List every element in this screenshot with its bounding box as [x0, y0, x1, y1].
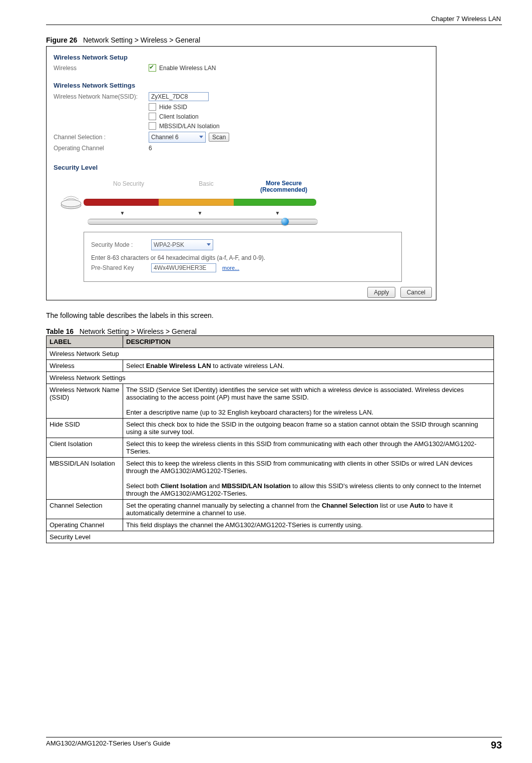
table-label-cell: Hide SSID — [47, 419, 123, 438]
mbssid-isolation-label: MBSSID/LAN Isolation — [159, 123, 220, 130]
tick-mark: ▼ — [161, 210, 239, 216]
security-mode-select[interactable]: WPA2-PSK — [151, 239, 213, 250]
tick-mark: ▼ — [239, 210, 316, 216]
section-security: Security Level — [54, 164, 432, 171]
svg-point-1 — [61, 200, 81, 207]
footer-page: 93 — [491, 739, 502, 751]
table-desc-cell: Select this check box to hide the SSID i… — [123, 419, 494, 438]
table-desc-cell: This field displays the channel the AMG1… — [123, 519, 494, 531]
slider-knob[interactable] — [281, 218, 289, 225]
operating-channel-value: 6 — [149, 145, 152, 152]
table-desc-cell: Select this to keep the wireless clients… — [123, 438, 494, 458]
footer-guide: AMG1302/AMG1202-TSeries User's Guide — [46, 739, 170, 751]
channel-selection-label: Channel Selection : — [54, 134, 149, 141]
header-rule — [46, 25, 502, 25]
scan-button[interactable]: Scan — [209, 133, 229, 142]
table-section-row: Wireless Network Setup — [47, 348, 494, 360]
figure-title: Network Setting > Wireless > General — [83, 36, 200, 44]
table-label-cell: Wireless Network Name (SSID) — [47, 384, 123, 419]
wireless-label: Wireless — [54, 65, 149, 72]
client-isolation-checkbox[interactable] — [149, 113, 156, 120]
table-desc-cell: The SSID (Service Set IDentity) identifi… — [123, 384, 494, 419]
col-description: DESCRIPTION — [123, 336, 494, 348]
figure-caption: Figure 26 Network Setting > Wireless > G… — [46, 36, 502, 44]
security-basic-label: Basic — [169, 180, 244, 193]
mbssid-isolation-checkbox[interactable] — [149, 122, 156, 130]
table-section-row: Wireless Network Settings — [47, 372, 494, 384]
figure-number: Figure 26 — [46, 36, 77, 44]
hide-ssid-checkbox[interactable] — [149, 103, 156, 111]
psk-hint: Enter 8-63 characters or 64 hexadecimal … — [91, 254, 394, 261]
router-icon — [59, 194, 84, 210]
table-section-row: Security Level — [47, 531, 494, 543]
cancel-button[interactable]: Cancel — [400, 287, 432, 298]
operating-channel-label: Operating Channel — [54, 145, 149, 152]
security-more-label: More Secure (Recommended) — [244, 180, 324, 193]
table-label-cell: Wireless — [47, 360, 123, 372]
channel-select[interactable]: Channel 6 — [149, 132, 206, 143]
security-more-l1: More Secure — [266, 180, 302, 187]
table-label-cell: Client Isolation — [47, 438, 123, 458]
table-label-cell: MBSSID/LAN Isolation — [47, 458, 123, 500]
table-caption: Table 16 Network Setting > Wireless > Ge… — [46, 327, 502, 335]
section-wireless-setup: Wireless Network Setup — [54, 54, 432, 61]
security-mode-label: Security Mode : — [91, 241, 151, 248]
security-slider[interactable] — [88, 219, 318, 225]
security-more-l2: (Recommended) — [260, 186, 307, 193]
chapter-header: Chapter 7 Wireless LAN — [46, 15, 502, 23]
ssid-input[interactable]: ZyXEL_7DC8 — [149, 92, 209, 101]
security-bar-yellow — [159, 199, 234, 206]
psk-label: Pre-Shared Key — [91, 264, 151, 271]
enable-wlan-checkbox[interactable] — [149, 64, 156, 72]
psk-input[interactable]: 4Wx4WU9EHER3E — [151, 263, 216, 272]
security-no-label: No Security — [89, 180, 169, 193]
table-label-cell: Channel Selection — [47, 500, 123, 519]
hide-ssid-label: Hide SSID — [159, 104, 187, 111]
enable-wlan-label: Enable Wireless LAN — [159, 65, 216, 72]
table-title: Network Setting > Wireless > General — [80, 327, 197, 335]
table-desc-cell: Select this to keep the wireless clients… — [123, 458, 494, 500]
footer-rule — [46, 737, 502, 737]
ssid-label: Wireless Network Name(SSID): — [54, 93, 149, 100]
tick-mark: ▼ — [84, 210, 161, 216]
security-bar-green — [234, 199, 316, 206]
description-table: LABEL DESCRIPTION Wireless Network Setup… — [46, 335, 494, 543]
post-figure-text: The following table describes the labels… — [46, 311, 502, 319]
table-desc-cell: Set the operating channel manually by se… — [123, 500, 494, 519]
table-desc-cell: Select Enable Wireless LAN to activate w… — [123, 360, 494, 372]
apply-button[interactable]: Apply — [367, 287, 395, 298]
security-settings-box: Security Mode : WPA2-PSK Enter 8-63 char… — [84, 232, 402, 282]
screenshot-figure: Wireless Network Setup Wireless Enable W… — [46, 46, 436, 300]
col-label: LABEL — [47, 336, 123, 348]
more-link[interactable]: more... — [222, 265, 239, 271]
table-label-cell: Operating Channel — [47, 519, 123, 531]
security-bar-red — [84, 199, 159, 206]
client-isolation-label: Client Isolation — [159, 113, 199, 120]
table-number: Table 16 — [46, 327, 74, 335]
section-wireless-settings: Wireless Network Settings — [54, 82, 432, 89]
